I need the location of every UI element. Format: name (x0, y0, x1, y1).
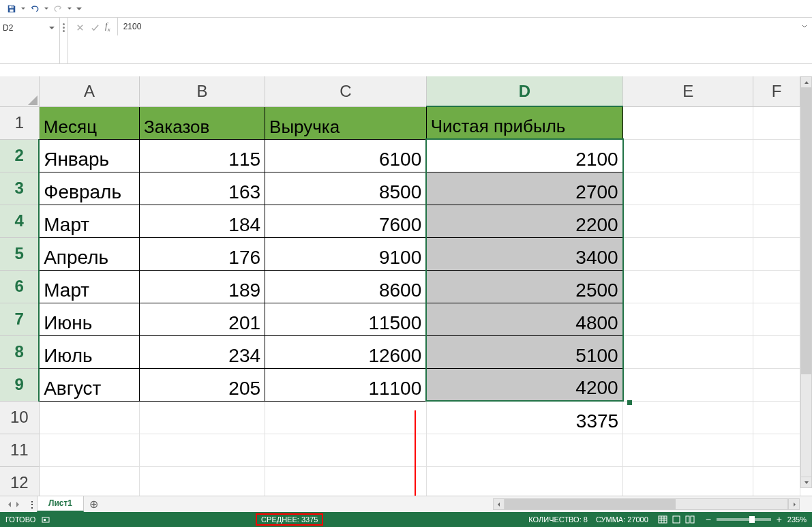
col-header-B[interactable]: B (140, 76, 265, 106)
cell-B2[interactable]: 115 (140, 139, 265, 172)
col-header-D[interactable]: D (426, 76, 622, 106)
undo-button[interactable] (27, 1, 42, 16)
row-header-11[interactable]: 11 (0, 434, 39, 466)
cell-E10[interactable] (623, 401, 753, 434)
vscroll-up-button[interactable] (800, 76, 812, 88)
cell-A11[interactable] (39, 434, 139, 466)
cell-E12[interactable] (623, 466, 753, 496)
view-page-layout-button[interactable] (670, 514, 682, 525)
cell-B6[interactable]: 189 (140, 270, 265, 303)
cell-E4[interactable] (623, 205, 753, 237)
name-box[interactable]: D2 (0, 18, 60, 63)
insert-function-button[interactable]: fx (102, 20, 113, 33)
cell-A12[interactable] (39, 466, 139, 496)
cell-D8[interactable]: 5100 (426, 335, 622, 368)
cell-B5[interactable]: 176 (140, 237, 265, 270)
cell-D6[interactable]: 2500 (426, 270, 622, 303)
cell-F11[interactable] (753, 434, 800, 466)
row-header-5[interactable]: 5 (0, 237, 39, 270)
cell-C9[interactable]: 11100 (265, 368, 427, 401)
vscroll-down-button[interactable] (800, 477, 812, 488)
cell-B9[interactable]: 205 (140, 368, 265, 401)
cell-D3[interactable]: 2700 (426, 172, 622, 205)
cell-B1[interactable]: Заказов (140, 106, 265, 139)
row-header-3[interactable]: 3 (0, 172, 39, 205)
redo-dropdown[interactable] (67, 1, 72, 16)
cell-E9[interactable] (623, 368, 753, 401)
row-header-7[interactable]: 7 (0, 303, 39, 335)
formula-bar-input[interactable]: 2100 (118, 18, 812, 63)
undo-dropdown[interactable] (44, 1, 49, 16)
cell-B4[interactable]: 184 (140, 205, 265, 237)
enter-formula-button[interactable] (87, 20, 102, 34)
cell-A9[interactable]: Август (39, 368, 139, 401)
cell-D7[interactable]: 4800 (426, 303, 622, 335)
cell-A2[interactable]: Январь (39, 139, 139, 172)
cell-B3[interactable]: 163 (140, 172, 265, 205)
select-all-button[interactable] (0, 76, 39, 106)
cell-B10[interactable] (140, 401, 265, 434)
cell-D1[interactable]: Чистая прибыль (426, 106, 622, 139)
cell-C11[interactable] (265, 434, 427, 466)
formula-bar-grip[interactable] (60, 18, 68, 63)
cell-F3[interactable] (753, 172, 800, 205)
row-header-1[interactable]: 1 (0, 106, 39, 139)
row-header-2[interactable]: 2 (0, 139, 39, 172)
row-header-8[interactable]: 8 (0, 335, 39, 368)
name-box-dropdown[interactable] (47, 27, 57, 29)
cell-F4[interactable] (753, 205, 800, 237)
zoom-out-button[interactable]: − (704, 515, 712, 524)
macro-record-icon[interactable] (41, 515, 50, 524)
col-header-F[interactable]: F (753, 76, 800, 106)
cell-F1[interactable] (753, 106, 800, 139)
tab-nav-buttons[interactable] (0, 496, 27, 512)
cell-C2[interactable]: 6100 (265, 139, 427, 172)
cell-A4[interactable]: Март (39, 205, 139, 237)
cell-E5[interactable] (623, 237, 753, 270)
col-header-C[interactable]: C (265, 76, 427, 106)
cell-E1[interactable] (623, 106, 753, 139)
cell-A6[interactable]: Март (39, 270, 139, 303)
cell-C10[interactable] (265, 401, 427, 434)
zoom-level[interactable]: 235% (787, 515, 807, 524)
horizontal-scrollbar[interactable] (493, 498, 800, 510)
cell-C8[interactable]: 12600 (265, 335, 427, 368)
cell-A8[interactable]: Июль (39, 335, 139, 368)
cell-E8[interactable] (623, 335, 753, 368)
cell-A10[interactable] (39, 401, 139, 434)
cell-A5[interactable]: Апрель (39, 237, 139, 270)
cell-F12[interactable] (753, 466, 800, 496)
cell-F9[interactable] (753, 368, 800, 401)
cell-F2[interactable] (753, 139, 800, 172)
vscroll-track[interactable] (800, 88, 812, 477)
cell-C4[interactable]: 7600 (265, 205, 427, 237)
vertical-scrollbar[interactable] (800, 76, 812, 488)
col-header-E[interactable]: E (623, 76, 753, 106)
formula-bar-expand-icon[interactable] (801, 22, 808, 31)
cell-D2[interactable]: 2100 (426, 139, 622, 172)
cell-B12[interactable] (140, 466, 265, 496)
col-header-A[interactable]: A (39, 76, 139, 106)
cell-E6[interactable] (623, 270, 753, 303)
cell-D4[interactable]: 2200 (426, 205, 622, 237)
zoom-slider[interactable] (717, 518, 771, 521)
row-header-4[interactable]: 4 (0, 205, 39, 237)
cell-E3[interactable] (623, 172, 753, 205)
cell-E7[interactable] (623, 303, 753, 335)
cell-C6[interactable]: 8600 (265, 270, 427, 303)
vscroll-thumb[interactable] (801, 88, 811, 374)
cell-A1[interactable]: Месяц (39, 106, 139, 139)
row-header-6[interactable]: 6 (0, 270, 39, 303)
cell-F7[interactable] (753, 303, 800, 335)
cell-C3[interactable]: 8500 (265, 172, 427, 205)
hscroll-track[interactable] (505, 498, 788, 510)
cell-B11[interactable] (140, 434, 265, 466)
qat-customize[interactable] (76, 1, 82, 16)
view-page-break-button[interactable] (684, 514, 696, 525)
cell-A7[interactable]: Июнь (39, 303, 139, 335)
view-normal-button[interactable] (657, 514, 669, 525)
cell-D11[interactable] (426, 434, 622, 466)
cell-F5[interactable] (753, 237, 800, 270)
row-header-10[interactable]: 10 (0, 401, 39, 434)
hscroll-left-button[interactable] (493, 498, 505, 510)
